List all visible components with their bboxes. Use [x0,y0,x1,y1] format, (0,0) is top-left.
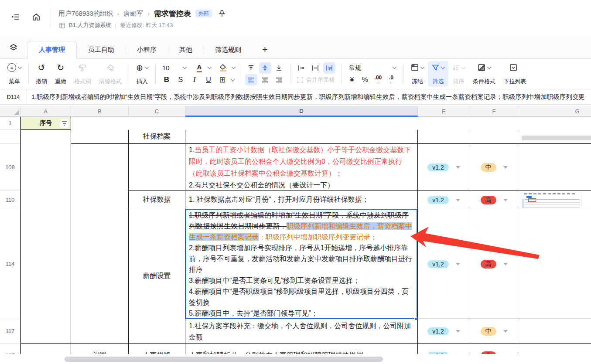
tab-shaixuan-guize[interactable]: 筛选规则 [204,41,253,58]
home-icon[interactable] [31,11,42,23]
number-format-select[interactable]: 常规 [346,64,399,72]
valign-middle-icon[interactable] [259,62,271,74]
clear-format-button[interactable]: 清除格式 [95,61,126,87]
cell-f110-priority[interactable]: 高 [470,191,518,209]
col-header-b[interactable]: B [71,106,129,117]
row-header-114[interactable]: 114 [0,209,20,319]
sidebar-toggle-icon[interactable] [10,11,21,23]
cell-a-merged[interactable] [20,130,71,344]
sort-button[interactable]: 排序 [448,61,469,87]
decrease-decimal-button[interactable]: .0← [386,75,397,84]
strikethrough-button[interactable]: S [174,74,187,85]
dropdown-triangle-icon[interactable] [503,330,508,333]
cell-e110-version[interactable]: v1.2 [418,191,470,209]
version-pill[interactable]: v1.2 [427,260,448,268]
tab-yuangong-zizhu[interactable]: 员工自助 [77,41,126,58]
dropdown-triangle-icon[interactable] [503,263,508,265]
font-size-value[interactable]: 10 [161,64,181,71]
formula-input[interactable]: 1.职级序列新增或者编辑的时增加“生效日期”字段，系统中涉及到职级序列数据按照生… [27,89,591,104]
tab-renshi-guanli[interactable]: 人事管理 [27,41,77,59]
redo-button[interactable]: ↻ 重做 [51,61,70,87]
fill-color-button[interactable] [217,62,229,74]
halign-center-icon[interactable] [259,74,271,85]
all-sheets-icon[interactable] [0,37,27,58]
cell-g114[interactable] [518,209,591,319]
priority-pill[interactable]: 高 [481,196,496,204]
conditional-format-button[interactable]: 条件格式 [469,61,499,87]
borders-button[interactable]: ⊞ [216,74,229,85]
col-header-g[interactable]: G [518,106,591,117]
text-color-chevron[interactable] [207,65,212,69]
dropdown-triangle-icon[interactable] [503,166,508,169]
borders-chevron[interactable] [230,77,235,81]
cell-g117[interactable] [518,319,591,344]
cell-d110-desc[interactable]: 1. 社保数据点击对应“月份”，打开对应月份详细社保数据； [185,191,418,209]
dropdown-triangle-icon[interactable] [456,166,460,169]
row-header-1[interactable]: 1 [0,117,20,130]
tab-xiaochengxu[interactable]: 小程序 [126,41,168,58]
dropdown-triangle-icon[interactable] [456,263,460,265]
cell-f117-priority[interactable]: 中 [470,319,518,344]
insert-button[interactable]: ⊕ 插入 [132,61,152,87]
fit-width-icon[interactable] [309,62,321,74]
underline-button[interactable]: U [202,74,215,85]
cell-d107[interactable] [185,130,418,144]
cell-g107[interactable] [518,130,591,144]
freeze-button[interactable]: 冻结 [407,61,428,87]
cell-c108[interactable] [129,144,185,191]
cell-f114-priority[interactable]: 高 [470,209,518,319]
font-size-chevron[interactable] [182,65,187,69]
halign-right-icon[interactable] [273,74,285,85]
column-width-icon[interactable] [295,62,307,74]
fill-color-chevron[interactable] [231,65,236,69]
col-header-e[interactable]: E [418,106,470,117]
increase-decimal-button[interactable]: .00→ [372,75,384,84]
cell-c114-func[interactable]: 薪酬设置 [129,209,185,344]
pin-icon[interactable] [216,8,228,19]
priority-pill[interactable]: 中 [481,163,496,172]
breadcrumb-owner[interactable]: 唐郦军 [123,10,143,18]
text-color-button[interactable]: A [193,62,205,74]
merge-cells-button[interactable]: 合并单元格 [295,76,336,84]
filter-button[interactable]: 筛选 [428,61,448,87]
screenshot-thumbnail[interactable] [522,192,582,208]
cell-b107[interactable] [71,130,129,144]
dropdown-triangle-icon[interactable] [456,330,460,333]
row-header-107[interactable] [0,130,20,144]
cell-d108-desc[interactable]: 1.当员工的工资小计数据（取社保缴交基数）小于等于公积金缴交基数下限时，此时该员… [185,144,418,191]
version-pill[interactable]: v1.2 [427,327,448,335]
cell-reference-box[interactable]: D114 [0,89,27,104]
cell-g110[interactable] [518,191,591,209]
cell-e107[interactable] [418,130,470,144]
cell-f107[interactable] [470,130,518,144]
add-sheet-button[interactable]: + [253,41,277,58]
italic-button[interactable]: I [188,74,201,85]
halign-left-icon[interactable] [245,74,257,85]
dropdown-triangle-icon[interactable] [456,199,460,201]
cell-e114-version[interactable]: v1.2 [418,209,470,319]
horizontal-scrollbar-thumb[interactable] [65,357,383,362]
format-painter-button[interactable]: 格式刷 [70,61,95,87]
row-header-110[interactable]: 110 [0,191,20,209]
cell-d114-selected[interactable]: 1.职级序列新增或者编辑的时增加“生效日期”字段，系统中涉及到职级序列数据按照生… [185,209,418,319]
valign-top-icon[interactable] [245,62,257,74]
menu-button[interactable]: ≡ 菜单 [3,61,25,87]
filter-bars-icon[interactable] [60,119,68,128]
tab-qita[interactable]: 其他 [168,41,204,58]
valign-bottom-icon[interactable] [273,62,285,74]
dropdown-triangle-icon[interactable] [503,199,508,201]
priority-pill[interactable]: 高 [481,260,496,269]
header-cell-xuhao[interactable]: 序号 [20,117,71,130]
version-pill[interactable]: v1.2 [427,163,448,171]
cell-f108-priority[interactable]: 中 [470,144,518,191]
cell-e117-version[interactable]: v1.2 [418,319,470,344]
breadcrumb-org[interactable]: 用户768933的组织 [58,10,113,18]
version-pill[interactable]: v1.2 [427,196,448,204]
priority-pill[interactable]: 中 [481,327,496,336]
undo-button[interactable]: ↺ 撤销 [32,61,51,87]
cell-b-merged[interactable] [71,144,129,344]
cell-d117-desc[interactable]: 1.社保方案字段补充：缴交地，个人舍位规则，公司舍位规则，公司附加金额 [185,319,418,344]
cell-g108[interactable] [518,144,591,191]
cell-c107-func[interactable]: 社保档案 [129,130,185,144]
row-header-108[interactable]: 108 [0,144,20,191]
